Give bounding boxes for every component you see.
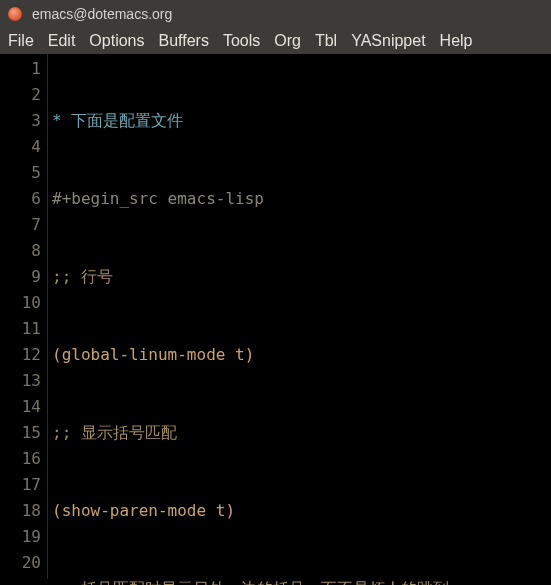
line-number: 12 — [0, 342, 41, 368]
menu-tbl[interactable]: Tbl — [315, 32, 337, 50]
line-number: 14 — [0, 394, 41, 420]
menu-file[interactable]: File — [8, 32, 34, 50]
line-number: 19 — [0, 524, 41, 550]
titlebar: emacs@dotemacs.org — [0, 0, 551, 28]
window-title: emacs@dotemacs.org — [32, 6, 172, 22]
line-number: 7 — [0, 212, 41, 238]
code-area[interactable]: * 下面是配置文件 #+begin_src emacs-lisp ;; 行号 (… — [48, 54, 486, 579]
line-number: 4 — [0, 134, 41, 160]
line-number: 2 — [0, 82, 41, 108]
line-number: 11 — [0, 316, 41, 342]
menu-yasnippet[interactable]: YASnippet — [351, 32, 425, 50]
line-number: 17 — [0, 472, 41, 498]
close-icon[interactable] — [8, 7, 22, 21]
code-line: ;; 显示括号匹配 — [52, 420, 482, 446]
code-line: ;; 括号匹配时显示另外一边的括号，而不是烦人的跳到 — [52, 576, 482, 585]
line-number: 20 — [0, 550, 41, 576]
menu-options[interactable]: Options — [89, 32, 144, 50]
line-number: 6 — [0, 186, 41, 212]
menu-help[interactable]: Help — [440, 32, 473, 50]
line-number: 15 — [0, 420, 41, 446]
line-number-gutter: 1 2 3 4 5 6 7 8 9 10 11 12 13 14 15 16 1… — [0, 54, 48, 579]
menu-edit[interactable]: Edit — [48, 32, 76, 50]
line-number: 13 — [0, 368, 41, 394]
line-number: 1 — [0, 56, 41, 82]
org-heading: * 下面是配置文件 — [52, 108, 482, 134]
line-number: 8 — [0, 238, 41, 264]
line-number: 18 — [0, 498, 41, 524]
menu-buffers[interactable]: Buffers — [159, 32, 209, 50]
menubar: File Edit Options Buffers Tools Org Tbl … — [0, 28, 551, 54]
line-number: 5 — [0, 160, 41, 186]
line-number: 16 — [0, 446, 41, 472]
code-line: (global-linum-mode t) — [52, 342, 482, 368]
line-number: 10 — [0, 290, 41, 316]
menu-org[interactable]: Org — [274, 32, 301, 50]
code-line: (show-paren-mode t) — [52, 498, 482, 524]
line-number: 3 — [0, 108, 41, 134]
editor[interactable]: 1 2 3 4 5 6 7 8 9 10 11 12 13 14 15 16 1… — [0, 54, 551, 579]
org-block-begin: #+begin_src emacs-lisp — [52, 186, 482, 212]
line-number: 9 — [0, 264, 41, 290]
code-line: ;; 行号 — [52, 264, 482, 290]
menu-tools[interactable]: Tools — [223, 32, 260, 50]
